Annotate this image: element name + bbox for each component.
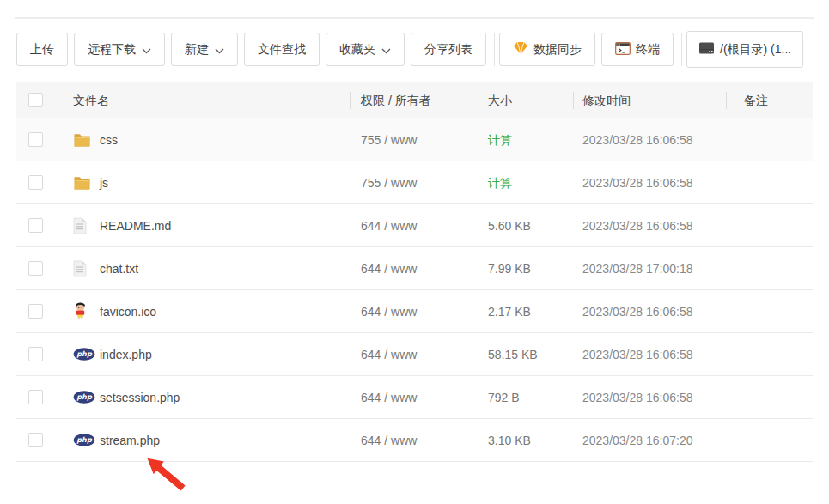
doc-file-icon <box>73 216 95 235</box>
file-size: 5.60 KB <box>488 204 531 247</box>
file-table: 文件名 权限 / 所有者 大小 修改时间 备注 css 755 / www 计算… <box>16 82 813 462</box>
row-checkbox[interactable] <box>28 390 43 404</box>
column-header-permission: 权限 / 所有者 <box>361 82 431 118</box>
file-search-button[interactable]: 文件查找 <box>244 33 320 66</box>
toolbar-separator <box>681 33 682 66</box>
file-permission: 644 / www <box>361 290 417 333</box>
column-divider <box>350 92 351 109</box>
file-permission: 644 / www <box>361 419 417 462</box>
upload-button-label: 上传 <box>30 42 54 58</box>
favorites-button[interactable]: 收藏夹 <box>326 33 405 66</box>
file-mtime: 2023/03/28 16:06:58 <box>582 118 692 161</box>
row-checkbox[interactable] <box>28 261 43 276</box>
file-name[interactable]: index.php <box>100 333 152 376</box>
file-permission: 644 / www <box>361 247 417 290</box>
file-manager-page: 上传 远程下载 新建 文件查找 收藏夹 分享列表 数据同步 终端 <box>0 0 829 504</box>
table-row[interactable]: php setsession.php 644 / www 792 B 2023/… <box>16 376 813 419</box>
table-header: 文件名 权限 / 所有者 大小 修改时间 备注 <box>16 82 813 118</box>
column-divider <box>479 92 479 109</box>
calculate-size-link[interactable]: 计算 <box>488 161 512 204</box>
file-permission: 644 / www <box>361 333 417 376</box>
data-sync-button[interactable]: 数据同步 <box>499 33 595 66</box>
row-checkbox[interactable] <box>28 433 43 447</box>
remote-download-label: 远程下载 <box>88 42 136 58</box>
file-mtime: 2023/03/28 17:00:18 <box>582 247 692 290</box>
file-size: 792 B <box>488 376 520 419</box>
image-file-icon <box>73 302 95 321</box>
file-size: 2.17 KB <box>488 290 531 333</box>
toolbar: 上传 远程下载 新建 文件查找 收藏夹 分享列表 数据同步 终端 <box>16 31 803 68</box>
row-checkbox[interactable] <box>28 175 43 190</box>
column-header-note: 备注 <box>744 82 768 118</box>
column-divider <box>726 92 727 109</box>
file-name[interactable]: setsession.php <box>100 376 180 419</box>
svg-text:php: php <box>76 392 93 401</box>
php-file-icon: php <box>73 388 95 407</box>
table-row[interactable]: css 755 / www 计算 2023/03/28 16:06:58 <box>16 118 813 161</box>
root-directory-label: /(根目录) (1... <box>720 42 791 58</box>
file-permission: 755 / www <box>361 161 417 204</box>
top-divider <box>15 17 814 19</box>
folder-file-icon <box>73 131 95 149</box>
chevron-down-icon <box>142 43 151 57</box>
column-header-filename: 文件名 <box>73 82 109 118</box>
file-mtime: 2023/03/28 16:06:58 <box>582 161 692 204</box>
file-name[interactable]: chat.txt <box>100 247 138 290</box>
chevron-down-icon <box>215 43 224 57</box>
file-size: 3.10 KB <box>488 419 531 462</box>
row-checkbox[interactable] <box>28 347 43 361</box>
terminal-label: 终端 <box>636 42 660 58</box>
svg-text:php: php <box>76 435 93 444</box>
file-mtime: 2023/03/28 16:06:58 <box>582 290 692 333</box>
file-mtime: 2023/03/28 16:07:20 <box>582 419 692 462</box>
table-row[interactable]: php index.php 644 / www 58.15 KB 2023/03… <box>16 333 813 376</box>
data-sync-label: 数据同步 <box>533 42 582 58</box>
table-row[interactable]: README.md 644 / www 5.60 KB 2023/03/28 1… <box>16 204 813 247</box>
php-file-icon: php <box>73 431 95 450</box>
remote-download-button[interactable]: 远程下载 <box>74 33 165 66</box>
toolbar-separator <box>494 33 495 66</box>
row-checkbox[interactable] <box>28 304 43 319</box>
share-list-button[interactable]: 分享列表 <box>411 33 486 66</box>
folder-file-icon <box>73 173 95 192</box>
file-permission: 644 / www <box>361 204 417 247</box>
column-divider <box>573 92 574 109</box>
file-mtime: 2023/03/28 16:06:58 <box>582 376 692 419</box>
calculate-size-link[interactable]: 计算 <box>488 118 512 161</box>
file-permission: 755 / www <box>361 118 417 161</box>
file-mtime: 2023/03/28 16:06:58 <box>582 333 692 376</box>
php-file-icon: php <box>73 345 95 364</box>
file-name[interactable]: favicon.ico <box>100 290 156 333</box>
table-body: css 755 / www 计算 2023/03/28 16:06:58 js … <box>16 118 813 462</box>
row-checkbox[interactable] <box>28 132 43 147</box>
column-header-size: 大小 <box>488 82 512 118</box>
file-size: 58.15 KB <box>488 333 538 376</box>
file-name[interactable]: css <box>100 118 118 161</box>
terminal-button[interactable]: 终端 <box>601 33 674 66</box>
file-name[interactable]: js <box>100 161 108 204</box>
file-search-label: 文件查找 <box>258 42 306 58</box>
file-name[interactable]: stream.php <box>100 419 160 462</box>
share-list-label: 分享列表 <box>424 42 472 58</box>
row-checkbox[interactable] <box>28 218 43 233</box>
favorites-label: 收藏夹 <box>339 42 375 58</box>
chevron-down-icon <box>381 43 391 57</box>
upload-button[interactable]: 上传 <box>16 33 68 66</box>
disk-icon <box>698 41 715 58</box>
select-all-checkbox[interactable] <box>28 93 43 107</box>
table-row[interactable]: php stream.php 644 / www 3.10 KB 2023/03… <box>16 419 813 462</box>
file-name[interactable]: README.md <box>100 204 171 247</box>
terminal-icon <box>615 42 631 58</box>
table-row[interactable]: js 755 / www 计算 2023/03/28 16:06:58 <box>16 161 813 204</box>
file-mtime: 2023/03/28 16:06:58 <box>582 204 692 247</box>
gem-icon <box>513 41 528 58</box>
doc-file-icon <box>73 259 95 278</box>
file-size: 7.99 KB <box>488 247 531 290</box>
file-permission: 644 / www <box>361 376 417 419</box>
table-row[interactable]: favicon.ico 644 / www 2.17 KB 2023/03/28… <box>16 290 813 333</box>
column-header-mtime: 修改时间 <box>582 82 631 118</box>
root-directory-button[interactable]: /(根目录) (1... <box>686 31 803 68</box>
new-button-label: 新建 <box>185 42 209 58</box>
table-row[interactable]: chat.txt 644 / www 7.99 KB 2023/03/28 17… <box>16 247 813 290</box>
new-button[interactable]: 新建 <box>171 33 238 66</box>
